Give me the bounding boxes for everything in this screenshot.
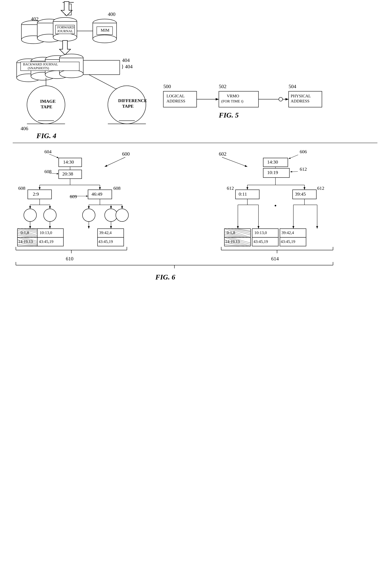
data-10-13-0-right: 10:13,0: [254, 230, 267, 235]
ref-600: 600: [122, 151, 130, 157]
vrmo-text2: (FOR TIME t): [221, 99, 243, 103]
mim-text: MIM: [101, 28, 109, 32]
backward-journal-snapshots: (SNAPSHOTS): [28, 66, 49, 70]
logical-address-text1: LOGICAL: [167, 94, 185, 98]
ref-604: 604: [44, 149, 51, 154]
ref-608b: 608: [18, 186, 25, 191]
data-39-42-4-left: 39:42,4: [99, 230, 112, 235]
svg-point-88: [105, 209, 117, 222]
fig5-label: FIG. 5: [219, 111, 239, 119]
svg-point-76: [24, 209, 36, 222]
data-43-45-19-right1: 43:45,19: [253, 239, 268, 244]
data-43-45-19-left2: 43:45,19: [98, 239, 113, 244]
ref-610: 610: [66, 256, 73, 262]
svg-point-16: [53, 33, 77, 41]
svg-point-77: [44, 209, 56, 222]
ref-612a: 612: [300, 166, 307, 172]
image-tape-text2: TAPE: [41, 104, 52, 109]
data-14-19-13-right: 14:19,13: [225, 239, 240, 244]
svg-point-52: [279, 97, 283, 101]
fig6-label: FIG. 6: [155, 273, 175, 281]
node-0-11-text: 0:11: [239, 191, 247, 196]
ref-406: 406: [21, 126, 28, 131]
node-608a-text: 20:38: [62, 171, 73, 176]
ref-602: 602: [219, 151, 226, 157]
ref-500: 500: [163, 84, 171, 89]
svg-marker-23: [59, 40, 71, 55]
backward-journal-text: BACKWARD JOURNAL: [23, 62, 58, 66]
ref-502: 502: [219, 84, 226, 89]
ref-609: 609: [70, 194, 77, 199]
node-606-text: 14:30: [267, 159, 278, 164]
forward-journal-text: FORWARD: [57, 25, 74, 29]
ref-612c: 612: [317, 186, 324, 191]
difference-tape-text2: TAPE: [122, 104, 134, 108]
ref-404-label: } 404: [121, 64, 133, 70]
data-0-1-8-right: 0:1,8: [227, 230, 235, 235]
svg-rect-68: [28, 190, 51, 199]
node-10-19-text: 10:19: [267, 170, 278, 175]
svg-point-168: [275, 205, 276, 206]
image-tape-text1: IMAGE: [40, 99, 56, 104]
physical-address-text2: ADDRESS: [291, 99, 309, 103]
ref-504: 504: [289, 84, 296, 89]
forward-journal-text2: JOURNAL: [57, 29, 73, 33]
svg-point-20: [93, 35, 117, 43]
difference-tape-text1: DIFFERENCE: [118, 98, 147, 103]
node-604-text: 14:30: [63, 159, 74, 164]
data-43-45-19-right2: 43:45,19: [281, 239, 295, 244]
svg-point-87: [82, 209, 95, 222]
svg-line-58: [49, 154, 59, 158]
ref-612b: 612: [227, 186, 234, 191]
data-0-1-8-left: 0:1,8: [21, 230, 29, 235]
logical-address-text2: ADDRESS: [167, 99, 185, 103]
physical-address-text1: PHYSICAL: [291, 94, 311, 98]
svg-point-89: [116, 209, 128, 222]
node-46-49-text: 46:49: [91, 191, 102, 196]
ref-400: 400: [108, 11, 115, 17]
node-2-9-text: 2:9: [33, 191, 39, 196]
ref-608c: 608: [113, 186, 121, 191]
ref-606: 606: [300, 149, 307, 154]
ref-614: 614: [271, 256, 279, 262]
node-39-45-text: 39:45: [295, 191, 306, 196]
svg-line-119: [290, 172, 298, 172]
fig4-label: FIG. 4: [36, 132, 56, 140]
vrmo-text1: VRMO: [227, 94, 239, 98]
data-14-19-13-left: 14:19,13: [18, 239, 33, 244]
data-10-13-0-left1: 10:13,0: [40, 230, 52, 235]
data-39-42-4-right: 39:42,4: [281, 230, 294, 235]
svg-line-56: [105, 157, 125, 167]
ref-404: 404: [122, 57, 130, 63]
svg-point-35: [59, 70, 83, 78]
svg-line-117: [289, 155, 298, 159]
svg-line-41: [89, 75, 119, 90]
svg-line-57: [222, 157, 247, 167]
page: 402 400 FORWARD JOURNAL MIM: [0, 0, 392, 581]
data-43-45-19-left1: 43:45,19: [39, 239, 53, 244]
